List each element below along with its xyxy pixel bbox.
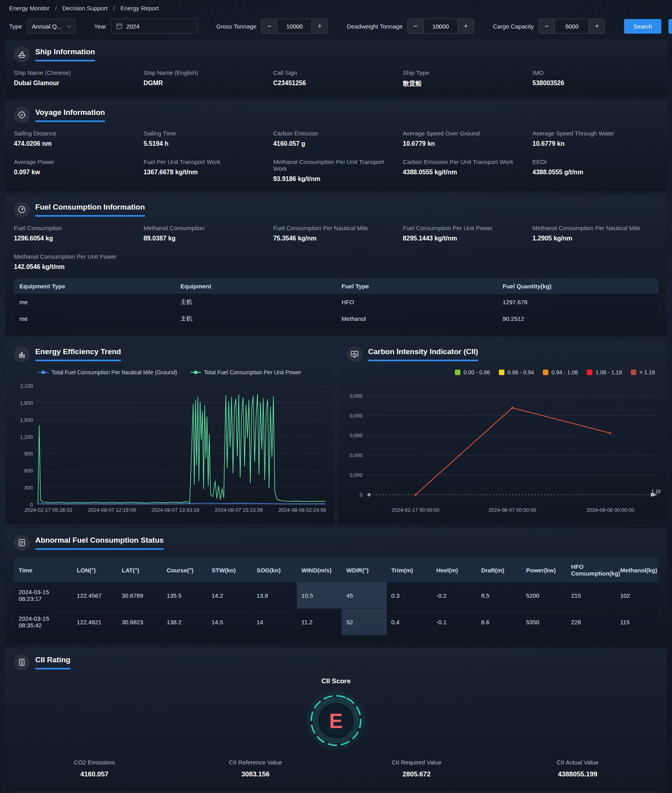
deadweight-tonnage-value[interactable]: 10000 <box>424 19 458 33</box>
col-stw: STW(kn) <box>207 558 252 582</box>
breadcrumb-energy-monitor[interactable]: Energy Monitor <box>9 5 50 11</box>
col-hfo-consumption: HFO Consumption(kg) <box>566 558 615 582</box>
report-icon <box>14 535 30 551</box>
type-filter-group: Type Annual Q... <box>9 19 75 34</box>
field-label: Ship Name (Chinese) <box>14 69 139 76</box>
voyage-information-header: Voyage Information <box>14 107 658 123</box>
stat-value: 4160.057 <box>14 770 175 778</box>
cii-chart-header: Carbon Intensity Indicator (CII) <box>347 346 658 362</box>
abnormal-fuel-title: Abnormal Fuel Consumption Status <box>35 536 164 550</box>
gross-tonnage-decrement-button[interactable]: − <box>262 19 277 33</box>
table-cell: 122.4567 <box>72 582 117 609</box>
field-value: 89.0387 kg <box>143 235 269 242</box>
field-value: 538003526 <box>533 80 658 87</box>
fuel-consumption-title: Fuel Consumption Information <box>35 203 145 217</box>
year-input-value: 2024 <box>126 23 139 30</box>
field-label: Methanol Consumption Per Unit Power <box>14 253 139 260</box>
equipment-table-row[interactable]: me 主机 HFO 1297.678 <box>14 294 658 311</box>
equipment-table-row[interactable]: me 主机 Methanol 90.2512 <box>14 311 658 327</box>
breadcrumb-decision-support[interactable]: Decision Support <box>62 5 107 11</box>
abnormal-table-row[interactable]: 2024-03-15 08:35:42 122.4621 30.6823 138… <box>14 609 658 635</box>
export-button[interactable]: Export <box>668 19 672 34</box>
legend-item-yellow-band[interactable]: 0.86 - 0.94 <box>499 369 534 376</box>
field-value: Dubai Glamour <box>14 80 139 87</box>
cii-chart: 0,0000,0000,0000,0000,0000 1.18 <box>347 386 658 505</box>
energy-plot-area[interactable] <box>37 386 325 505</box>
cii-rating-card: CII Rating CII Score E CO2 Emissions 416… <box>5 648 667 793</box>
col-equipment-type: Equipment Type <box>14 278 175 294</box>
gross-tonnage-group: Gross Tonnage − 10000 + <box>216 19 328 34</box>
table-cell: me <box>14 294 175 311</box>
breadcrumb-separator: / <box>55 5 57 11</box>
filter-bar: Type Annual Q... Year 2024 Gross Tonnage… <box>5 15 667 40</box>
stat-label: CO2 Emissions <box>14 759 175 766</box>
year-filter-group: Year 2024 <box>94 19 197 34</box>
abnormal-table-row[interactable]: 2024-03-15 08:23:17 122.4567 30.6789 135… <box>14 582 658 609</box>
cargo-capacity-group: Cargo Capacity − 5000 + <box>493 19 605 34</box>
ship-information-card: Ship Information Ship Name (Chinese) Dub… <box>5 40 667 97</box>
table-cell: -0.1 <box>431 609 476 635</box>
deadweight-decrement-button[interactable]: − <box>408 19 424 33</box>
table-cell: 2024-03-15 08:23:17 <box>14 582 72 609</box>
chevron-down-icon <box>67 23 71 28</box>
legend-label: Total Fuel Consumption Per Nautical Mile… <box>52 369 177 376</box>
type-select[interactable]: Annual Q... <box>27 19 75 34</box>
table-cell: 主机 <box>175 294 336 311</box>
type-label: Type <box>9 23 22 30</box>
field-label: Sailing Time <box>143 130 269 137</box>
gross-tonnage-value[interactable]: 10000 <box>277 19 311 33</box>
deadweight-tonnage-label: Deadweight Tonnage <box>347 23 403 30</box>
cii-plot-area[interactable]: 1.18 <box>367 386 658 505</box>
field-value: 142.0546 kg/t/nm <box>14 263 139 271</box>
legend-item-red-band[interactable]: 1.06 - 1.18 <box>587 369 622 376</box>
legend-item-per-unit-power[interactable]: Total Fuel Consumption Per Unit Power <box>191 369 301 376</box>
table-cell: HFO <box>336 294 497 311</box>
cii-x-axis: 2024-02-17 00:00:002024-08-07 00:00:0020… <box>367 507 658 516</box>
cargo-capacity-value[interactable]: 5000 <box>555 19 589 33</box>
year-input[interactable]: 2024 <box>111 19 197 34</box>
legend-swatch <box>631 370 636 375</box>
field-value: 散货船 <box>403 80 529 88</box>
voyage-icon <box>14 107 30 123</box>
col-trim: Trim(m) <box>387 558 431 582</box>
legend-item-per-nautical-mile[interactable]: Total Fuel Consumption Per Nautical Mile… <box>38 369 177 376</box>
field-value: 4388.0555 kg/t/nm <box>403 169 529 176</box>
legend-label: 0.86 - 0.94 <box>508 369 534 376</box>
table-cell: 0.3 <box>387 582 431 609</box>
cargo-increment-button[interactable]: + <box>589 19 605 33</box>
legend-item-above-band[interactable]: > 1.18 <box>631 369 655 376</box>
table-cell: 122.4621 <box>72 609 117 635</box>
table-cell: 138.2 <box>162 609 207 635</box>
col-heel: Heel(m) <box>431 558 476 582</box>
field-label: Fuel Consumption <box>14 225 139 231</box>
stat-value: 4388055.199 <box>497 770 659 778</box>
table-cell: 115 <box>615 609 658 635</box>
stat-value: 2805.672 <box>336 770 497 778</box>
cargo-decrement-button[interactable]: − <box>539 19 555 33</box>
legend-item-orange-band[interactable]: 0.94 - 1.06 <box>543 369 578 376</box>
col-lon: LON(°) <box>72 558 117 582</box>
table-cell: 5200 <box>521 582 566 609</box>
gross-tonnage-increment-button[interactable]: + <box>311 19 327 33</box>
field-methanol-per-unit-transport-work: Methanol Consumption Per Unit Transport … <box>273 158 399 183</box>
col-equipment: Equipment <box>175 278 336 294</box>
col-power: Power(kw) <box>521 558 566 582</box>
field-ship-type: Ship Type 散货船 <box>403 69 529 88</box>
field-value: 75.3546 kg/nm <box>273 235 399 242</box>
cii-stats: CO2 Emissions 4160.057 CII Reference Val… <box>14 759 658 778</box>
legend-item-green-band[interactable]: 0.00 - 0.86 <box>455 369 490 376</box>
col-time: Time <box>14 558 72 582</box>
table-cell: Methanol <box>336 311 497 327</box>
search-button[interactable]: Search <box>624 19 661 34</box>
field-fuel-per-nm: Fuel Consumption Per Nautical Mile 75.35… <box>273 225 399 242</box>
col-wind: WIND(m/s) <box>297 558 342 582</box>
field-value: C23451256 <box>273 80 399 87</box>
filter-actions: Search Export <box>624 19 672 34</box>
type-select-value: Annual Q... <box>32 23 62 30</box>
table-cell: 102 <box>615 582 658 609</box>
deadweight-increment-button[interactable]: + <box>458 19 473 33</box>
stat-value: 3083.156 <box>175 770 336 778</box>
cii-score-label: CII Score <box>14 677 658 685</box>
field-value: 5.5194 h <box>143 140 269 147</box>
field-label: Fuel Consumption Per Nautical Mile <box>273 225 399 231</box>
